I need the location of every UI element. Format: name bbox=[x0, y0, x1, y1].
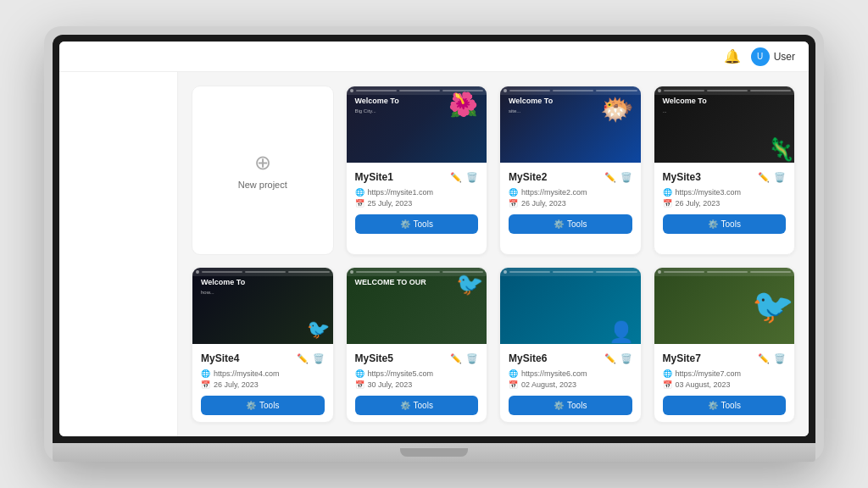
delete-button[interactable]: 🗑️ bbox=[774, 173, 786, 182]
tools-icon: ⚙️ bbox=[554, 401, 564, 410]
thumb-sub: how... bbox=[201, 290, 245, 295]
user-menu[interactable]: U User bbox=[751, 47, 795, 66]
calendar-icon: 📅 bbox=[355, 380, 364, 389]
card-meta: 🌐 https://mysite5.com 📅 30 July, 2023 bbox=[355, 369, 479, 389]
thumb-welcome: Welcome To bbox=[355, 97, 399, 107]
delete-button[interactable]: 🗑️ bbox=[466, 354, 478, 363]
site-url: https://mysite6.com bbox=[521, 369, 587, 378]
thumb-welcome: WELCOME TO OUR bbox=[355, 278, 426, 288]
tools-label: Tools bbox=[721, 401, 741, 410]
delete-button[interactable]: 🗑️ bbox=[313, 354, 325, 363]
url-row: 🌐 https://mysite4.com bbox=[201, 369, 325, 378]
thumb-nav-line bbox=[596, 90, 637, 92]
site-url: https://mysite2.com bbox=[521, 188, 587, 197]
tools-icon: ⚙️ bbox=[708, 401, 718, 410]
url-row: 🌐 https://mysite2.com bbox=[509, 188, 632, 197]
site-thumbnail: WELCOME TO OUR 🐦 bbox=[347, 268, 487, 344]
thumb-nav-dot bbox=[350, 270, 353, 274]
edit-button[interactable]: ✏️ bbox=[604, 354, 616, 363]
globe-icon: 🌐 bbox=[201, 369, 210, 378]
site-card-site2: Welcome To site... 🐡 MySite2 ✏️ 🗑️ 🌐 htt… bbox=[499, 86, 642, 255]
main-content: ⊕ New project Welcome To Big City... bbox=[178, 72, 809, 436]
calendar-icon: 📅 bbox=[663, 380, 672, 389]
card-header-row: MySite1 ✏️ 🗑️ bbox=[355, 171, 479, 183]
edit-button[interactable]: ✏️ bbox=[604, 173, 616, 182]
laptop-notch bbox=[400, 448, 468, 457]
site-card-site6: 👤 MySite6 ✏️ 🗑️ 🌐 https://mysite6.com 📅 … bbox=[499, 267, 642, 423]
date-row: 📅 26 July, 2023 bbox=[663, 199, 787, 208]
thumb-decoration: 🐦 bbox=[654, 268, 795, 344]
app-body: ⊕ New project Welcome To Big City... bbox=[59, 72, 809, 436]
site-card-site5: WELCOME TO OUR 🐦 MySite5 ✏️ 🗑️ 🌐 https:/… bbox=[346, 267, 488, 423]
notification-bell-icon[interactable]: 🔔 bbox=[724, 48, 741, 64]
calendar-icon: 📅 bbox=[663, 199, 672, 208]
card-meta: 🌐 https://mysite4.com 📅 26 July, 2023 bbox=[201, 369, 325, 389]
thumbnail-inner: 👤 bbox=[500, 268, 641, 344]
card-actions: ✏️ 🗑️ bbox=[297, 354, 325, 363]
thumb-nav-line bbox=[750, 90, 791, 92]
site-date: 30 July, 2023 bbox=[368, 380, 413, 389]
delete-button[interactable]: 🗑️ bbox=[774, 354, 786, 363]
globe-icon: 🌐 bbox=[509, 369, 518, 378]
edit-button[interactable]: ✏️ bbox=[450, 173, 462, 182]
date-row: 📅 03 August, 2023 bbox=[663, 380, 787, 389]
site-date: 03 August, 2023 bbox=[676, 380, 731, 389]
thumb-nav bbox=[654, 86, 795, 95]
edit-button[interactable]: ✏️ bbox=[758, 173, 770, 182]
sites-grid: ⊕ New project Welcome To Big City... bbox=[192, 86, 795, 423]
card-body: MySite1 ✏️ 🗑️ 🌐 https://mysite1.com 📅 25… bbox=[347, 163, 487, 241]
card-body: MySite3 ✏️ 🗑️ 🌐 https://mysite3.com 📅 26… bbox=[654, 163, 795, 241]
screen-bezel: 🔔 U User ⊕ New project bbox=[53, 35, 815, 443]
tools-button[interactable]: ⚙️ Tools bbox=[509, 396, 632, 415]
new-project-card[interactable]: ⊕ New project bbox=[192, 86, 334, 255]
card-body: MySite6 ✏️ 🗑️ 🌐 https://mysite6.com 📅 02… bbox=[500, 344, 641, 422]
card-actions: ✏️ 🗑️ bbox=[450, 173, 478, 182]
delete-button[interactable]: 🗑️ bbox=[466, 173, 478, 182]
thumbnail-inner: Welcome To Big City... 🌺 bbox=[347, 86, 487, 163]
date-row: 📅 26 July, 2023 bbox=[509, 199, 632, 208]
edit-button[interactable]: ✏️ bbox=[450, 354, 462, 363]
delete-button[interactable]: 🗑️ bbox=[620, 173, 632, 182]
url-row: 🌐 https://mysite7.com bbox=[663, 369, 787, 378]
thumb-decoration: 🐦 bbox=[456, 271, 483, 297]
tools-button[interactable]: ⚙️ Tools bbox=[509, 214, 632, 234]
site-thumbnail: 🐦 bbox=[654, 268, 795, 344]
site-card-site3: Welcome To ... 🦎 MySite3 ✏️ 🗑️ 🌐 https:/… bbox=[654, 86, 796, 255]
tools-button[interactable]: ⚙️ Tools bbox=[201, 396, 325, 415]
tools-button[interactable]: ⚙️ Tools bbox=[355, 214, 479, 234]
new-project-icon: ⊕ bbox=[254, 151, 271, 175]
thumb-nav-line bbox=[664, 90, 704, 92]
url-row: 🌐 https://mysite3.com bbox=[663, 188, 787, 197]
laptop-shell: 🔔 U User ⊕ New project bbox=[44, 26, 824, 462]
tools-button[interactable]: ⚙️ Tools bbox=[355, 396, 479, 415]
card-body: MySite4 ✏️ 🗑️ 🌐 https://mysite4.com 📅 26… bbox=[192, 344, 333, 422]
globe-icon: 🌐 bbox=[663, 188, 672, 197]
thumb-nav bbox=[192, 268, 333, 276]
tools-icon: ⚙️ bbox=[708, 219, 718, 229]
tools-button[interactable]: ⚙️ Tools bbox=[663, 396, 787, 415]
card-title: MySite7 bbox=[663, 352, 701, 364]
tools-button[interactable]: ⚙️ Tools bbox=[663, 214, 787, 234]
thumb-decoration: 🦎 bbox=[767, 136, 794, 163]
tools-icon: ⚙️ bbox=[554, 219, 564, 229]
thumb-decoration: 🌺 bbox=[448, 91, 478, 119]
site-card-site1: Welcome To Big City... 🌺 MySite1 ✏️ 🗑️ 🌐… bbox=[346, 86, 488, 255]
site-url: https://mysite3.com bbox=[676, 188, 742, 197]
date-row: 📅 02 August, 2023 bbox=[509, 380, 632, 389]
thumb-welcome: Welcome To bbox=[201, 278, 245, 288]
card-title: MySite3 bbox=[663, 171, 701, 183]
card-header-row: MySite4 ✏️ 🗑️ bbox=[201, 352, 325, 364]
edit-button[interactable]: ✏️ bbox=[297, 354, 309, 363]
user-label: User bbox=[774, 51, 795, 63]
card-body: MySite7 ✏️ 🗑️ 🌐 https://mysite7.com 📅 03… bbox=[654, 344, 795, 422]
tools-label: Tools bbox=[567, 219, 587, 229]
site-card-site4: Welcome To how... 🐦 MySite4 ✏️ 🗑️ 🌐 http… bbox=[192, 267, 334, 423]
delete-button[interactable]: 🗑️ bbox=[620, 354, 632, 363]
card-title: MySite6 bbox=[509, 352, 547, 364]
tools-icon: ⚙️ bbox=[400, 401, 410, 410]
sidebar bbox=[59, 72, 178, 436]
thumb-nav-line bbox=[509, 90, 550, 92]
edit-button[interactable]: ✏️ bbox=[758, 354, 770, 363]
thumb-nav-dot bbox=[504, 270, 507, 274]
thumbnail-inner: Welcome To ... 🦎 bbox=[654, 86, 795, 163]
